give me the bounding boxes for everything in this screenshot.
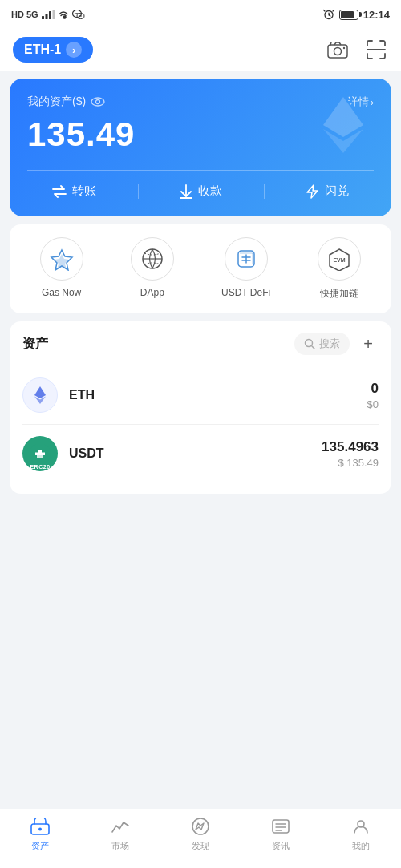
usdt-usd: $ 135.49	[322, 457, 379, 469]
svg-point-14	[343, 47, 345, 49]
network-indicator: HD 5G	[11, 10, 38, 19]
search-box[interactable]: 搜索	[294, 333, 350, 355]
quick-item-evm-chain[interactable]: EVM 快捷加链	[318, 237, 361, 301]
search-placeholder: 搜索	[319, 337, 340, 351]
market-nav-icon	[110, 816, 131, 837]
dapp-label: DApp	[140, 287, 164, 298]
svg-point-13	[334, 48, 342, 55]
assets-section: 资产 搜索 + ETH	[10, 321, 391, 494]
alarm-icon	[323, 9, 334, 20]
camera-button[interactable]	[326, 38, 350, 62]
battery-icon	[339, 10, 358, 20]
quick-item-dapp[interactable]: DApp	[131, 237, 174, 301]
flash-button[interactable]: 闪兑	[298, 184, 357, 199]
usdt-defi-icon	[225, 237, 268, 281]
usdt-values: 135.4963 $ 135.49	[322, 439, 379, 469]
gas-now-label: Gas Now	[42, 287, 81, 298]
svg-text:EVM: EVM	[334, 257, 346, 263]
news-nav-icon	[270, 816, 291, 837]
market-nav-label: 市场	[111, 840, 129, 852]
asset-row-usdt[interactable]: ERC20 USDT 135.4963 $ 135.49	[22, 425, 379, 482]
asset-label: 我的资产($)	[27, 95, 105, 109]
card-divider-2	[264, 184, 265, 199]
svg-rect-1	[45, 14, 47, 19]
svg-rect-3	[52, 10, 55, 19]
profile-nav-icon	[350, 816, 371, 837]
dapp-icon	[131, 237, 174, 281]
wallet-chevron-icon: ›	[66, 42, 82, 58]
eth-values: 0 $0	[367, 381, 379, 410]
svg-marker-28	[34, 386, 46, 398]
wallet-selector[interactable]: ETH-1 ›	[13, 37, 93, 63]
svg-rect-0	[42, 16, 44, 19]
transfer-button[interactable]: 转账	[44, 184, 104, 199]
profile-nav-label: 我的	[352, 840, 370, 852]
wifi-icon	[58, 10, 69, 19]
eye-icon[interactable]	[91, 96, 105, 107]
svg-point-17	[96, 100, 100, 104]
time-display: 12:14	[363, 9, 390, 21]
eth-amount: 0	[367, 381, 379, 397]
erc20-tag: ERC20	[30, 464, 50, 470]
quick-item-gas-now[interactable]: Gas Now	[40, 237, 83, 301]
status-left: HD 5G	[11, 9, 85, 20]
eth-watermark-icon	[311, 93, 375, 157]
asset-row-eth[interactable]: ETH 0 $0	[22, 366, 379, 425]
receive-button[interactable]: 收款	[172, 184, 230, 199]
svg-point-10	[80, 15, 82, 17]
svg-marker-18	[323, 97, 363, 137]
usdt-symbol: USDT	[69, 446, 104, 461]
usdt-logo-icon	[29, 444, 51, 463]
eth-logo-icon	[30, 385, 51, 406]
svg-point-32	[38, 828, 42, 831]
evm-chain-icon: EVM	[318, 237, 361, 281]
search-icon	[304, 338, 315, 349]
evm-chain-label: 快捷加链	[320, 287, 358, 301]
svg-point-16	[91, 98, 104, 106]
asset-card: 我的资产($) 详情 › 135.49 转账	[10, 79, 391, 216]
discover-nav-icon	[190, 816, 211, 837]
bottom-nav: 资产 市场 发现 资讯	[0, 809, 401, 868]
assets-title: 资产	[22, 336, 48, 353]
receive-icon	[180, 184, 192, 199]
wallet-name: ETH-1	[24, 42, 61, 57]
status-bar: HD 5G 1	[0, 0, 401, 29]
svg-point-5	[74, 13, 75, 14]
card-actions: 转账 收款 闪兑	[27, 170, 374, 199]
card-divider-1	[138, 184, 139, 199]
usdt-logo: ERC20	[22, 436, 58, 471]
scan-button[interactable]	[364, 38, 388, 62]
transfer-icon	[52, 185, 67, 198]
add-asset-button[interactable]: +	[358, 333, 379, 354]
gas-now-icon	[40, 237, 83, 281]
quick-item-usdt-defi[interactable]: USDT DeFi	[221, 237, 270, 301]
news-nav-label: 资讯	[272, 840, 290, 852]
svg-point-9	[79, 15, 80, 17]
nav-item-market[interactable]: 市场	[96, 816, 144, 852]
eth-symbol: ETH	[69, 388, 95, 402]
svg-rect-2	[49, 11, 51, 19]
assets-nav-icon	[30, 816, 51, 837]
flash-icon	[306, 184, 319, 199]
nav-item-discover[interactable]: 发现	[176, 816, 225, 852]
nav-item-assets[interactable]: 资产	[16, 816, 64, 852]
eth-usd: $0	[367, 398, 379, 410]
wechat-icon	[72, 9, 85, 20]
header: ETH-1 ›	[0, 29, 401, 71]
header-icons	[326, 38, 388, 62]
quick-menu: Gas Now DApp	[10, 224, 391, 313]
status-right: 12:14	[323, 9, 390, 21]
discover-nav-label: 发现	[192, 840, 209, 852]
eth-logo	[22, 377, 58, 413]
svg-rect-12	[328, 45, 347, 58]
battery-fill	[341, 11, 354, 18]
svg-point-33	[192, 818, 209, 834]
nav-item-profile[interactable]: 我的	[337, 816, 385, 852]
assets-nav-label: 资产	[31, 840, 49, 852]
usdt-defi-label: USDT DeFi	[221, 287, 270, 298]
nav-item-news[interactable]: 资讯	[257, 816, 305, 852]
signal-icon	[42, 10, 55, 19]
assets-header: 资产 搜索 +	[22, 333, 379, 355]
usdt-amount: 135.4963	[322, 439, 379, 455]
assets-right: 搜索 +	[294, 333, 379, 355]
